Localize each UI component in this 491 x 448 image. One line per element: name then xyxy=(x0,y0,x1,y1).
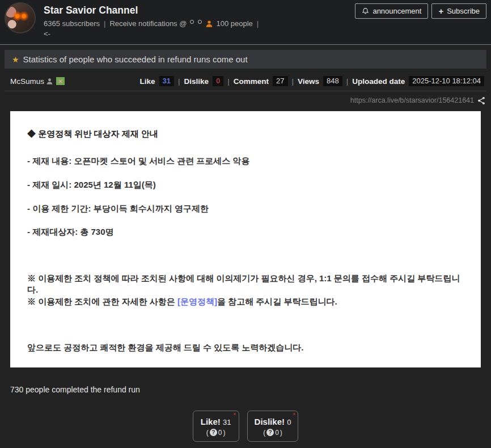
post-url-row: https://arca.live/b/starsavior/156421641 xyxy=(350,95,485,106)
content-notice-link-line: ※ 이용제한 조치에 관한 자세한 사항은 [운영정책]을 참고해 주시길 부탁… xyxy=(27,296,471,307)
author-block: McSumus ✕ xyxy=(10,77,65,86)
like-button-subline: (? 0) xyxy=(200,429,232,437)
broken-emoji-icon xyxy=(198,20,202,24)
content-line: - 이용 제한 기간: 부당이득 회수시까지 영구제한 xyxy=(27,203,471,214)
views-stat-label: Views xyxy=(298,77,319,86)
notice-prefix: ※ 이용제한 조치에 관한 자세한 사항은 xyxy=(27,297,177,306)
separator: | xyxy=(292,77,294,86)
subscriber-count: 6365 subscribers xyxy=(44,19,100,28)
paren-open: ( xyxy=(263,429,265,437)
post-stats: Like 31 | Dislike 0 | Comment 27 | Views… xyxy=(139,76,484,86)
like-button[interactable]: × Like! 31 (? 0) xyxy=(193,411,239,442)
dislike-stat-label: Dislike xyxy=(184,77,209,86)
subscribe-label: Subscribe xyxy=(447,7,480,15)
person-icon xyxy=(205,20,213,28)
question-icon: ? xyxy=(210,429,217,436)
uploaded-date-value: 2025-12-10 18:12:04 xyxy=(409,76,484,86)
broken-emoji-icon xyxy=(190,20,194,24)
bell-icon xyxy=(362,7,369,15)
notice-suffix: 을 참고해 주시길 부탁드립니다. xyxy=(217,297,337,306)
vote-row: × Like! 31 (? 0) × Dislike! 0 (? 0) xyxy=(0,411,491,442)
announcement-button[interactable]: announcement xyxy=(355,3,428,19)
channel-header: Star Savior Channel 6365 subscribers | R… xyxy=(0,0,491,45)
dislike-button-subline: (? 0) xyxy=(255,429,291,437)
uploaded-date-label: Uploaded date xyxy=(352,77,405,86)
broken-image-icon: × xyxy=(293,412,295,417)
arrow-text: <- xyxy=(44,29,50,38)
question-icon: ? xyxy=(266,429,274,436)
content-line: - 제재 내용: 오픈마켓 스토어 및 서비스 관련 프로세스 악용 xyxy=(27,155,471,167)
separator: | xyxy=(103,19,107,28)
share-icon[interactable] xyxy=(477,96,485,105)
post-title: Statistics of people who succeeded in re… xyxy=(23,54,248,64)
content-line: - 제재 일시: 2025년 12월 11일(목) xyxy=(27,179,471,191)
like-sub-count: 0 xyxy=(218,429,222,437)
author-name[interactable]: McSumus xyxy=(10,77,44,86)
dislike-stat-value: 0 xyxy=(213,76,223,86)
separator: | xyxy=(256,19,260,28)
post-title-bar: ★ Statistics of people who succeeded in … xyxy=(5,50,486,69)
refund-caption: 730 people completed the refund run xyxy=(10,385,140,394)
like-stat-value: 31 xyxy=(159,76,174,86)
notifications-label: Receive notifications @ xyxy=(109,19,187,28)
separator: | xyxy=(227,77,230,86)
like-stat-label: Like xyxy=(139,77,155,86)
comment-stat-value: 27 xyxy=(273,76,287,86)
page: Star Savior Channel 6365 subscribers | R… xyxy=(0,0,491,448)
dislike-button-label: Dislike! xyxy=(255,417,285,426)
separator: | xyxy=(346,77,349,86)
like-button-label: Like! xyxy=(201,417,221,426)
star-icon: ★ xyxy=(12,55,19,64)
comment-stat-label: Comment xyxy=(234,77,269,86)
header-buttons: announcement + Subscribe xyxy=(355,3,486,19)
dislike-button-line: Dislike! 0 xyxy=(255,417,291,426)
announcement-label: announcement xyxy=(373,7,421,15)
paren-close: ) xyxy=(223,429,225,437)
content-closing: 앞으로도 공정하고 쾌적한 환경을 제공해 드릴 수 있도록 노력하겠습니다. xyxy=(27,342,471,353)
channel-avatar[interactable] xyxy=(5,2,36,33)
user-icon xyxy=(46,78,53,85)
channel-name[interactable]: Star Savior Channel xyxy=(44,5,138,16)
dislike-button[interactable]: × Dislike! 0 (? 0) xyxy=(247,411,299,442)
dislike-sub-count: 0 xyxy=(275,429,279,437)
separator: | xyxy=(178,77,180,86)
post-url[interactable]: https://arca.live/b/starsavior/156421641 xyxy=(350,96,474,104)
broken-image-icon: × xyxy=(233,412,236,417)
subscribe-button[interactable]: + Subscribe xyxy=(431,3,486,19)
content-heading: ◆ 운영정책 위반 대상자 제재 안내 xyxy=(27,128,471,140)
plus-icon: + xyxy=(438,6,443,16)
policy-link[interactable]: [운영정책] xyxy=(177,297,217,306)
member-count: 100 people xyxy=(216,19,252,28)
like-button-count: 31 xyxy=(223,418,231,426)
author-badge-icon: ✕ xyxy=(56,77,65,85)
views-stat-value: 848 xyxy=(323,76,342,86)
channel-subline: 6365 subscribers | Receive notifications… xyxy=(44,19,260,28)
paren-close: ) xyxy=(280,429,282,437)
post-content: ◆ 운영정책 위반 대상자 제재 안내 - 제재 내용: 오픈마켓 스토어 및 … xyxy=(10,111,481,367)
content-notice: ※ 이용제한 조치 정책에 따라 조치된 사항에 대해 이의제기가 필요하신 경… xyxy=(27,273,471,295)
like-button-line: Like! 31 xyxy=(200,417,232,426)
dislike-button-count: 0 xyxy=(287,418,291,426)
paren-open: ( xyxy=(206,429,209,437)
post-meta-row: McSumus ✕ Like 31 | Dislike 0 | Comment … xyxy=(5,71,486,91)
content-line: - 제재대상자: 총 730명 xyxy=(27,226,471,238)
